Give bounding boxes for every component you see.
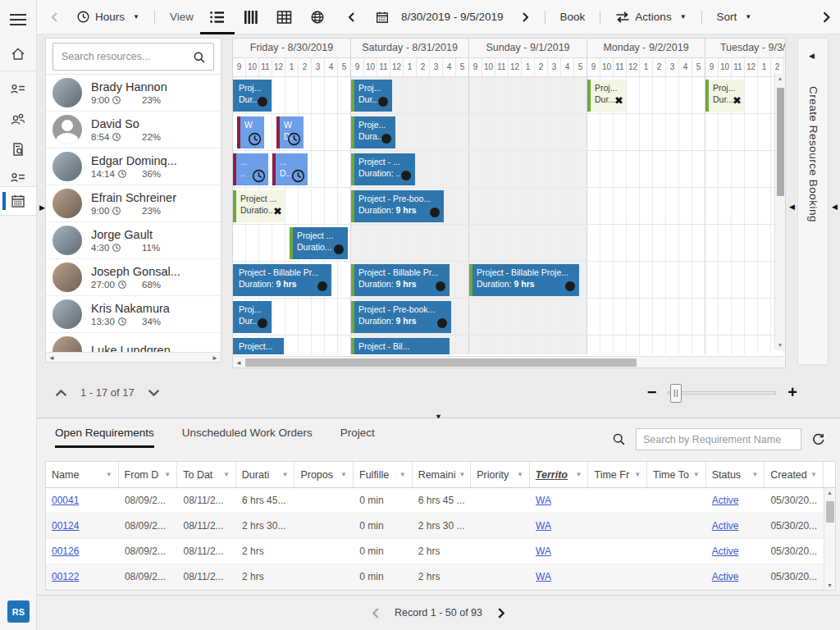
filter-caret-icon[interactable]: ▼ bbox=[459, 471, 466, 478]
scroll-down-icon[interactable]: ▼ bbox=[775, 342, 785, 348]
resource-row[interactable]: Efrain Schreiner9:0023% bbox=[46, 185, 221, 222]
booking-block[interactable]: ...D.. bbox=[272, 153, 308, 185]
tab-unscheduled-work-orders[interactable]: Unscheduled Work Orders bbox=[182, 427, 313, 448]
booking-block[interactable]: Project - Pre-boo...Duration: 9 hrs bbox=[351, 190, 444, 222]
zoom-in-button[interactable]: + bbox=[788, 383, 797, 402]
scale-prev-button[interactable] bbox=[50, 11, 58, 23]
view-map-button[interactable] bbox=[301, 0, 334, 34]
date-next-button[interactable] bbox=[522, 11, 530, 23]
zoom-slider-thumb[interactable]: || bbox=[670, 384, 682, 403]
grid-hscroll-thumb[interactable] bbox=[245, 358, 637, 367]
resource-row[interactable]: Jorge Gault4:3011% bbox=[46, 222, 221, 259]
resource-row[interactable]: Luke Lundgren bbox=[46, 333, 221, 352]
refresh-icon[interactable] bbox=[811, 432, 825, 446]
panel-collapse-left-icon[interactable]: ◀ bbox=[789, 203, 795, 211]
view-grid-button[interactable] bbox=[267, 0, 301, 34]
scroll-left-icon[interactable]: ◄ bbox=[48, 354, 55, 362]
zoom-out-button[interactable]: − bbox=[647, 383, 657, 402]
booking-block[interactable]: Project - Bil... bbox=[351, 338, 450, 354]
column-header-name[interactable]: Name▼ bbox=[46, 462, 119, 487]
booking-block[interactable]: Proj...Dur...✖ bbox=[705, 80, 744, 112]
create-resource-booking-tab[interactable]: ◀ Create Resource Booking bbox=[797, 38, 829, 365]
booking-block[interactable]: Project - ...Duration: ... bbox=[351, 153, 415, 185]
column-header-territory[interactable]: Territo▼ bbox=[530, 462, 589, 487]
book-button[interactable]: Book bbox=[560, 11, 586, 23]
scroll-right-icon[interactable]: ► bbox=[212, 354, 218, 362]
booking-block[interactable]: Project ...Duratio... bbox=[290, 227, 348, 259]
status-link[interactable]: Active bbox=[712, 571, 739, 582]
column-header-priority[interactable]: Priority▼ bbox=[471, 462, 530, 487]
filter-caret-icon[interactable]: ▼ bbox=[751, 471, 758, 478]
panel-splitter[interactable]: ▼ bbox=[37, 408, 840, 418]
status-link[interactable]: Active bbox=[712, 520, 739, 532]
territory-link[interactable]: WA bbox=[536, 571, 551, 582]
status-link[interactable]: Active bbox=[712, 546, 739, 557]
scroll-up-icon[interactable]: ▲ bbox=[775, 75, 785, 81]
scroll-left-icon[interactable]: ◄ bbox=[235, 359, 242, 367]
toolbar-overflow-next-button[interactable] bbox=[822, 11, 832, 24]
booking-block[interactable]: Project ...Duratio..✖ bbox=[233, 190, 285, 222]
sort-dropdown[interactable]: Sort ▼ bbox=[717, 11, 752, 23]
date-prev-button[interactable] bbox=[347, 11, 355, 23]
name-link[interactable]: 00124 bbox=[52, 520, 79, 532]
filter-caret-icon[interactable]: ▼ bbox=[576, 471, 582, 478]
territory-link[interactable]: WA bbox=[536, 495, 551, 506]
sidebar-item-resources[interactable] bbox=[0, 105, 36, 135]
name-link[interactable]: 00041 bbox=[52, 495, 79, 506]
column-header-fulfilled[interactable]: Fulfille▼ bbox=[354, 462, 413, 487]
tab-open-requirements[interactable]: Open Requirements bbox=[55, 427, 154, 448]
resource-row[interactable]: Joseph Gonsal...27:0068% bbox=[46, 259, 221, 296]
filter-caret-icon[interactable]: ▼ bbox=[693, 471, 700, 478]
table-row[interactable]: 0012608/09/2...08/11/2...2 hrs0 min2 hrs… bbox=[46, 539, 835, 564]
zoom-slider-track[interactable]: || bbox=[668, 391, 776, 395]
booking-block[interactable]: Project - Pre-book...Duration: 9 hrs bbox=[351, 301, 451, 333]
filter-caret-icon[interactable]: ▼ bbox=[399, 471, 406, 478]
territory-link[interactable]: WA bbox=[536, 520, 551, 532]
column-header-time_to[interactable]: Time To▼ bbox=[647, 462, 706, 487]
booking-block[interactable]: Proj...Dur...✖ bbox=[587, 80, 626, 112]
requirement-search-input[interactable] bbox=[636, 428, 801, 450]
column-header-status[interactable]: Status▼ bbox=[706, 462, 765, 487]
booking-block[interactable]: Project - Billable Pr...Duration: 9 hrs bbox=[351, 264, 450, 296]
sidebar-item-resource-requirements[interactable] bbox=[0, 75, 36, 105]
table-row[interactable]: 0004108/09/2...08/11/2...6 hrs 45...0 mi… bbox=[46, 488, 835, 514]
filter-caret-icon[interactable]: ▼ bbox=[810, 471, 817, 478]
filter-caret-icon[interactable]: ▼ bbox=[106, 471, 112, 478]
resource-row[interactable]: David So8:5422% bbox=[46, 112, 221, 148]
calendar-picker-button[interactable] bbox=[375, 10, 390, 25]
filter-caret-icon[interactable]: ▼ bbox=[282, 471, 289, 478]
filter-caret-icon[interactable]: ▼ bbox=[634, 471, 641, 478]
booking-block[interactable]: Proj...Dur... bbox=[351, 80, 392, 112]
table-row[interactable]: 0012208/09/2...08/11/2...2 hrs0 min2 hrs… bbox=[46, 564, 835, 590]
sidebar-item-requirement-groups[interactable] bbox=[0, 135, 36, 164]
filter-panel-expander[interactable]: ▶ bbox=[39, 203, 45, 212]
booking-block[interactable]: Proje...Dura... bbox=[351, 116, 395, 148]
column-header-duration[interactable]: Durati▼ bbox=[236, 462, 295, 487]
filter-caret-icon[interactable]: ▼ bbox=[164, 471, 171, 478]
resource-row[interactable]: Edgar Dominq...14:1436% bbox=[46, 148, 221, 185]
schedule-grid-body[interactable]: Proj...Dur...Proj...Dur...Proj...Dur...✖… bbox=[233, 77, 786, 354]
name-link[interactable]: 00126 bbox=[52, 546, 79, 557]
booking-block[interactable]: Project... bbox=[233, 338, 284, 354]
time-scale-dropdown[interactable]: Hours ▼ bbox=[76, 10, 139, 24]
table-row[interactable]: 0012408/09/2...08/11/2...2 hrs 30...0 mi… bbox=[46, 514, 835, 539]
column-header-time_from[interactable]: Time Fr▼ bbox=[588, 462, 647, 487]
user-avatar-badge[interactable]: RS bbox=[7, 600, 30, 623]
grid-vscrollbar[interactable]: ▲ ▼ bbox=[774, 73, 785, 350]
booking-block[interactable]: Proj...Dur... bbox=[233, 301, 272, 333]
hamburger-menu-icon[interactable] bbox=[10, 11, 26, 29]
resource-search-input[interactable] bbox=[52, 43, 214, 71]
grid-vscroll-thumb[interactable] bbox=[777, 88, 784, 196]
sidebar-item-schedule-board[interactable] bbox=[0, 186, 36, 216]
booking-block[interactable]: ..... bbox=[233, 153, 268, 185]
table-vscrollbar[interactable]: ▲ ▼ bbox=[824, 488, 835, 590]
booking-block[interactable]: Project - Billable Pr...Duration: 9 hrs bbox=[233, 264, 331, 296]
name-link[interactable]: 00122 bbox=[52, 571, 79, 582]
booking-block[interactable]: Project - Billable Proje...Duration: 9 h… bbox=[469, 264, 579, 296]
column-header-proposed[interactable]: Propos▼ bbox=[294, 462, 354, 487]
filter-caret-icon[interactable]: ▼ bbox=[340, 471, 347, 478]
grid-hscrollbar[interactable]: ◄ bbox=[233, 356, 785, 368]
filter-caret-icon[interactable]: ▼ bbox=[517, 471, 523, 478]
resource-row[interactable]: Brady Hannon9:0023% bbox=[46, 75, 221, 112]
column-header-created[interactable]: Created▼ bbox=[765, 462, 824, 487]
